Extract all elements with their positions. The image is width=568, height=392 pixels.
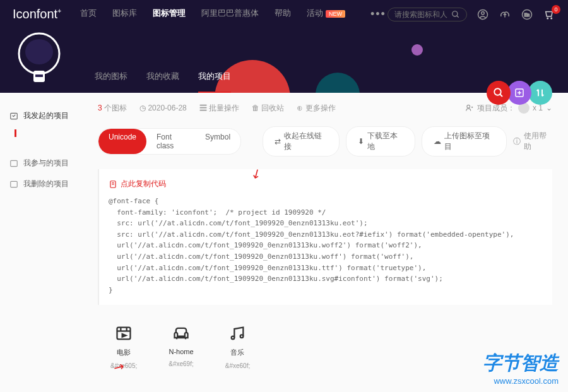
tabs-row: Unicode Font class Symbol ⇄收起在线链接 ⬇下载至本地… xyxy=(98,126,552,157)
svg-point-31 xyxy=(240,335,244,338)
icon-name: 电影 xyxy=(117,348,131,357)
fab-group xyxy=(490,81,552,105)
subnav-projects[interactable]: 我的项目 xyxy=(198,71,231,93)
upload-icon[interactable] xyxy=(499,8,511,21)
svg-line-1 xyxy=(457,15,459,17)
decor-circle xyxy=(316,73,360,93)
fab-sort[interactable] xyxy=(528,81,552,105)
sidebar-label: 我发起的项目 xyxy=(23,110,69,121)
nav-home[interactable]: 首页 xyxy=(80,8,97,21)
icon-name: N-home xyxy=(169,348,193,355)
link-icon: ⇄ xyxy=(275,137,281,146)
members-count: x 1 xyxy=(533,104,543,112)
code-content[interactable]: @font-face { font-family: 'iconfont'; /*… xyxy=(109,196,543,295)
more-menu-icon[interactable]: ••• xyxy=(370,8,386,21)
cart-count-badge: 0 xyxy=(552,5,560,14)
top-header: Iconfont+ 首页 图标库 图标管理 阿里巴巴普惠体 帮助 活动NEW •… xyxy=(0,0,568,28)
date-display: ◷ 2020-06-28 xyxy=(139,104,187,112)
tab-fontclass[interactable]: Font class xyxy=(146,129,195,154)
icon-unicode: &#xe60f; xyxy=(225,362,250,369)
download-button[interactable]: ⬇下载至本地 xyxy=(346,126,415,157)
chevron-down-icon: ⌄ xyxy=(546,104,552,112)
movie-icon xyxy=(114,324,133,343)
subnav-favorites[interactable]: 我的收藏 xyxy=(146,71,179,93)
search-input[interactable] xyxy=(394,10,451,19)
nav-help[interactable]: 帮助 xyxy=(275,8,291,21)
svg-point-7 xyxy=(551,18,552,19)
icon-name: 音乐 xyxy=(230,348,244,357)
svg-point-30 xyxy=(232,336,235,340)
svg-rect-18 xyxy=(11,160,18,166)
more-actions[interactable]: ⊕ 更多操作 xyxy=(297,103,335,114)
search-icon[interactable] xyxy=(451,10,460,19)
sidebar: 我发起的项目 我参与的项目 我删除的项目 xyxy=(0,93,82,392)
content-area: 我发起的项目 我参与的项目 我删除的项目 3 个图标 ◷ 2020-06-28 … xyxy=(0,93,568,392)
icon-item-home[interactable]: N-home &#xe69f; xyxy=(169,324,193,369)
sofa-icon xyxy=(172,324,191,343)
music-icon xyxy=(228,324,247,343)
fab-search[interactable] xyxy=(487,81,511,105)
watermark-url: www.zsxcool.com xyxy=(483,376,559,386)
sidebar-item-deleted[interactable]: 我删除的项目 xyxy=(9,174,73,194)
svg-point-0 xyxy=(453,11,458,16)
icon-item-music[interactable]: 音乐 &#xe60f; xyxy=(225,324,250,369)
svg-rect-19 xyxy=(11,181,18,187)
nav-manage[interactable]: 图标管理 xyxy=(153,8,186,21)
sidebar-label: 我删除的项目 xyxy=(23,179,69,189)
upload-button[interactable]: ☁上传图标至项目 xyxy=(422,126,507,157)
svg-point-3 xyxy=(482,11,485,15)
subnav-my-icons[interactable]: 我的图标 xyxy=(95,71,127,93)
sidebar-item-joined[interactable]: 我参与的项目 xyxy=(9,153,73,174)
user-icon[interactable] xyxy=(476,8,489,21)
nav-alibaba-font[interactable]: 阿里巴巴普惠体 xyxy=(201,8,259,21)
nav-activity[interactable]: 活动NEW xyxy=(307,8,345,21)
sub-nav: 我的图标 我的收藏 我的项目 xyxy=(95,71,231,93)
main-panel: 3 个图标 ◷ 2020-06-28 ☰ 批量操作 🗑 回收站 ⊕ 更多操作 项… xyxy=(82,93,568,392)
language-icon[interactable]: En xyxy=(521,8,533,21)
recycle-bin[interactable]: 🗑 回收站 xyxy=(252,103,284,114)
cloud-upload-icon: ☁ xyxy=(434,137,441,146)
sidebar-item-created[interactable]: 我发起的项目 xyxy=(9,105,73,126)
header-right: En 0 xyxy=(388,8,555,21)
search-box[interactable] xyxy=(388,8,467,21)
view-link-button[interactable]: ⇄收起在线链接 xyxy=(263,126,339,157)
nav-library[interactable]: 图标库 xyxy=(112,8,137,21)
help-icon: ⓘ xyxy=(513,136,521,147)
format-tabs: Unicode Font class Symbol xyxy=(98,128,241,155)
main-nav: 首页 图标库 图标管理 阿里巴巴普惠体 帮助 活动NEW ••• xyxy=(80,8,386,21)
sub-header: 我的图标 我的收藏 我的项目 xyxy=(0,28,568,93)
svg-rect-24 xyxy=(117,328,131,340)
project-toolbar: 3 个图标 ◷ 2020-06-28 ☰ 批量操作 🗑 回收站 ⊕ 更多操作 项… xyxy=(98,102,552,114)
new-badge: NEW xyxy=(326,10,345,18)
cart-icon[interactable]: 0 xyxy=(543,8,555,21)
logo[interactable]: Iconfont+ xyxy=(13,7,61,21)
watermark-brand: 字节智造 xyxy=(483,350,559,376)
help-link[interactable]: ⓘ使用帮助 xyxy=(513,131,552,152)
batch-action[interactable]: ☰ 批量操作 xyxy=(199,103,239,114)
icon-count: 3 个图标 xyxy=(98,103,127,114)
svg-point-9 xyxy=(25,39,53,64)
sidebar-label: 我参与的项目 xyxy=(23,158,69,169)
tab-unicode[interactable]: Unicode xyxy=(98,129,146,154)
tab-symbol[interactable]: Symbol xyxy=(195,129,240,154)
fab-add[interactable] xyxy=(507,81,531,105)
watermark: 字节智造 www.zsxcool.com xyxy=(483,350,559,386)
svg-point-6 xyxy=(547,18,548,19)
svg-point-20 xyxy=(467,105,470,108)
sidebar-active-indicator xyxy=(15,129,16,137)
svg-text:En: En xyxy=(524,13,530,17)
download-icon: ⬇ xyxy=(358,137,364,146)
svg-rect-11 xyxy=(35,74,43,77)
code-block: ↙ 点此复制代码 @font-face { font-family: 'icon… xyxy=(98,169,552,305)
copy-code-button[interactable]: 点此复制代码 xyxy=(109,179,543,189)
svg-line-13 xyxy=(500,94,502,97)
icon-unicode: &#xe69f; xyxy=(169,360,193,367)
svg-point-12 xyxy=(494,88,501,95)
avatar-astronaut xyxy=(16,32,63,88)
decor-circle xyxy=(411,44,423,56)
